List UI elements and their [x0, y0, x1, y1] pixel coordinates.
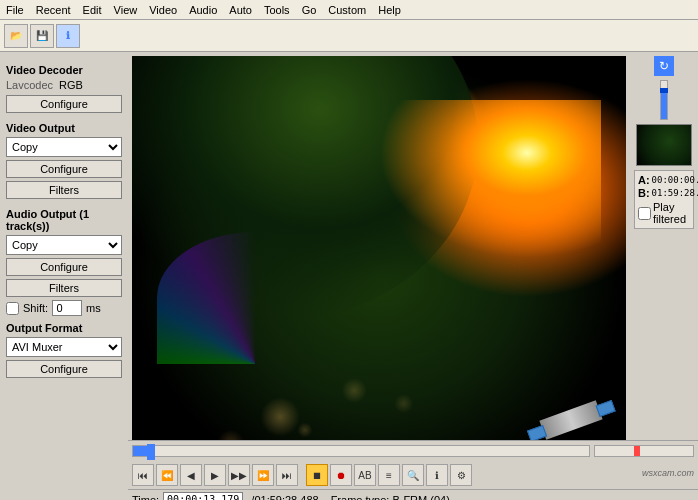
mini-preview: [636, 124, 692, 166]
video-output-title: Video Output: [6, 122, 122, 134]
output-format-select-row: AVI Muxer MKV Muxer MP4 Muxer: [6, 337, 122, 357]
ab-panel: A: 00:00:00.000 B: 01:59:28.488 Play fil…: [634, 170, 694, 229]
deinterlace-button[interactable]: ≡: [378, 464, 400, 486]
a-time-row: A: 00:00:00.000: [638, 174, 690, 186]
play-backward-button[interactable]: ◀: [180, 464, 202, 486]
controls-row: ⏮ ⏪ ◀ ▶ ▶▶ ⏩ ⏭ ⏹ ⏺ AB ≡ 🔍 ℹ ⚙: [128, 461, 698, 489]
ab-seekbar[interactable]: [594, 445, 694, 457]
refresh-button[interactable]: ↻: [654, 56, 674, 76]
lavcodec-row: Lavcodec RGB: [6, 79, 122, 91]
video-decoder-title: Video Decoder: [6, 64, 122, 76]
audio-output-filters-button[interactable]: Filters: [6, 279, 122, 297]
video-output-filters-button[interactable]: Filters: [6, 181, 122, 199]
audio-output-configure-button[interactable]: Configure: [6, 258, 122, 276]
current-time-display: 00:00:13.179: [163, 492, 243, 501]
prev-frame-button[interactable]: ⏪: [156, 464, 178, 486]
next-frame-button[interactable]: ⏩: [252, 464, 274, 486]
audio-output-select-row: Copy Encode None: [6, 235, 122, 255]
lavcodec-value: RGB: [59, 79, 83, 91]
frame-type-display: Frame type: B-FRM (04): [327, 494, 454, 501]
audio-output-title: Audio Output (1 track(s)): [6, 208, 122, 232]
mini-preview-earth: [637, 125, 691, 165]
menu-edit[interactable]: Edit: [77, 2, 108, 18]
rewind-start-button[interactable]: ⏮: [132, 464, 154, 486]
shift-label: Shift:: [23, 302, 48, 314]
play-button[interactable]: ▶: [204, 464, 226, 486]
info-ctrl-button[interactable]: ℹ: [426, 464, 448, 486]
main-content: ↻ A: 00:00:00.000 B: 01:59:28.: [128, 52, 698, 500]
b-label: B:: [638, 187, 650, 199]
bottom-controls: ⏮ ⏪ ◀ ▶ ▶▶ ⏩ ⏭ ⏹ ⏺ AB ≡ 🔍 ℹ ⚙ Time: 00:0…: [128, 440, 698, 500]
menu-audio[interactable]: Audio: [183, 2, 223, 18]
forward-end-button[interactable]: ⏭: [276, 464, 298, 486]
menu-auto[interactable]: Auto: [223, 2, 258, 18]
menu-go[interactable]: Go: [296, 2, 323, 18]
menu-file[interactable]: File: [0, 2, 30, 18]
right-panel: ↻ A: 00:00:00.000 B: 01:59:28.: [630, 52, 698, 500]
zoom-button[interactable]: 🔍: [402, 464, 424, 486]
shift-row: Shift: ms: [6, 300, 122, 316]
ab-repeat-button[interactable]: AB: [354, 464, 376, 486]
menubar: File Recent Edit View Video Audio Auto T…: [0, 0, 698, 20]
ms-label: ms: [86, 302, 101, 314]
a-label: A:: [638, 174, 650, 186]
watermark: wsxcam.com: [642, 468, 694, 478]
output-format-title: Output Format: [6, 322, 122, 334]
time-label: Time:: [132, 494, 159, 501]
volume-thumb: [660, 88, 668, 93]
volume-slider[interactable]: [660, 80, 668, 120]
play-filtered-row: Play filtered: [638, 201, 690, 225]
output-format-select[interactable]: AVI Muxer MKV Muxer MP4 Muxer: [6, 337, 122, 357]
b-time: 01:59:28.488: [652, 188, 698, 198]
video-output-configure-button[interactable]: Configure: [6, 160, 122, 178]
ab-marker: [634, 446, 640, 456]
video-row: ↻ A: 00:00:00.000 B: 01:59:28.: [128, 52, 698, 500]
play-filtered-label: Play filtered: [653, 201, 690, 225]
menu-help[interactable]: Help: [372, 2, 407, 18]
shift-value[interactable]: [52, 300, 82, 316]
b-time-row: B: 01:59:28.488: [638, 187, 690, 199]
menu-tools[interactable]: Tools: [258, 2, 296, 18]
fast-forward-button[interactable]: ▶▶: [228, 464, 250, 486]
menu-custom[interactable]: Custom: [322, 2, 372, 18]
seekbar-fill: [133, 446, 147, 456]
main-seekbar[interactable]: [132, 445, 590, 457]
menu-video[interactable]: Video: [143, 2, 183, 18]
lavcodec-label: Lavcodec: [6, 79, 53, 91]
video-preview: [132, 56, 626, 496]
seekbar-thumb[interactable]: [147, 444, 155, 460]
stop-button[interactable]: ⏹: [306, 464, 328, 486]
volume-fill: [661, 92, 667, 119]
menu-recent[interactable]: Recent: [30, 2, 77, 18]
output-format-configure-button[interactable]: Configure: [6, 360, 122, 378]
toolbar: 📂 💾 ℹ: [0, 20, 698, 52]
left-panel: Video Decoder Lavcodec RGB Configure Vid…: [0, 52, 128, 500]
end-time-display: /01:59:28.488: [247, 494, 322, 501]
save-button[interactable]: 💾: [30, 24, 54, 48]
info-button[interactable]: ℹ: [56, 24, 80, 48]
video-background: [132, 56, 626, 496]
a-time: 00:00:00.000: [652, 175, 698, 185]
video-output-select[interactable]: Copy Encode None: [6, 137, 122, 157]
shift-checkbox[interactable]: [6, 302, 19, 315]
menu-view[interactable]: View: [108, 2, 144, 18]
seekbar-area: [128, 441, 698, 461]
settings-ctrl-button[interactable]: ⚙: [450, 464, 472, 486]
video-decoder-configure-button[interactable]: Configure: [6, 95, 122, 113]
main-area: Video Decoder Lavcodec RGB Configure Vid…: [0, 52, 698, 500]
open-button[interactable]: 📂: [4, 24, 28, 48]
record-button[interactable]: ⏺: [330, 464, 352, 486]
audio-output-select[interactable]: Copy Encode None: [6, 235, 122, 255]
status-bar: Time: 00:00:13.179 /01:59:28.488 Frame t…: [128, 489, 698, 500]
video-output-select-row: Copy Encode None: [6, 137, 122, 157]
play-filtered-checkbox[interactable]: [638, 207, 651, 220]
